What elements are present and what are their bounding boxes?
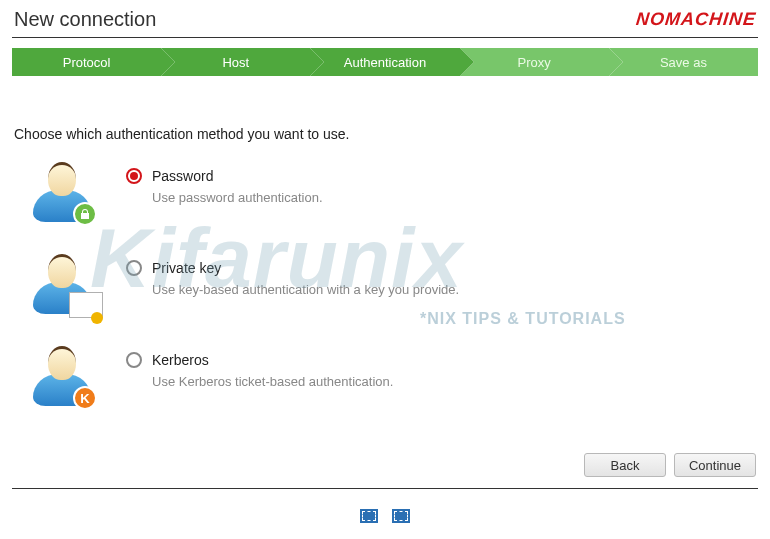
avatar-password — [28, 164, 96, 222]
divider-bottom — [12, 488, 758, 489]
step-authentication[interactable]: Authentication — [310, 48, 459, 76]
lock-icon — [73, 202, 97, 226]
option-private-key-desc: Use key-based authentication with a key … — [152, 282, 459, 297]
option-private-key: Private key Use key-based authentication… — [28, 256, 770, 314]
step-protocol[interactable]: Protocol — [12, 48, 161, 76]
step-host[interactable]: Host — [161, 48, 310, 76]
option-password-desc: Use password authentication. — [152, 190, 323, 205]
page-title: New connection — [14, 8, 156, 31]
kerberos-icon: K — [73, 386, 97, 410]
option-password: Password Use password authentication. — [28, 164, 770, 222]
option-private-key-label: Private key — [152, 260, 221, 276]
continue-button[interactable]: Continue — [674, 453, 756, 477]
radio-password[interactable] — [126, 168, 142, 184]
divider-top — [12, 37, 758, 38]
avatar-kerberos: K — [28, 348, 96, 406]
option-kerberos-label: Kerberos — [152, 352, 209, 368]
fullscreen-icon[interactable] — [360, 509, 378, 523]
auth-options: Password Use password authentication. Pr… — [28, 164, 770, 406]
step-save-as: Save as — [609, 48, 758, 76]
radio-private-key[interactable] — [126, 260, 142, 276]
back-button[interactable]: Back — [584, 453, 666, 477]
option-password-label: Password — [152, 168, 213, 184]
option-kerberos: K Kerberos Use Kerberos ticket-based aut… — [28, 348, 770, 406]
page-prompt: Choose which authentication method you w… — [14, 126, 770, 142]
display-icon[interactable] — [392, 509, 410, 523]
step-proxy: Proxy — [460, 48, 609, 76]
brand-logo: NOMACHINE — [635, 9, 757, 30]
ribbon-icon — [91, 312, 103, 324]
radio-kerberos[interactable] — [126, 352, 142, 368]
avatar-private-key — [28, 256, 96, 314]
option-kerberos-desc: Use Kerberos ticket-based authentication… — [152, 374, 393, 389]
wizard-steps: Protocol Host Authentication Proxy Save … — [12, 48, 758, 76]
